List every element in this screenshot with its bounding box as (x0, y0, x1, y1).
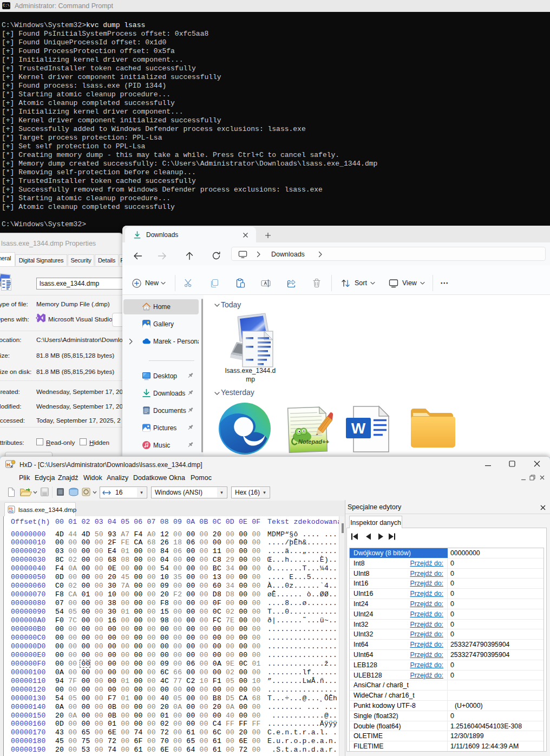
svg-text:x: x (10, 464, 13, 469)
svg-text:H: H (6, 462, 10, 468)
svg-text:W: W (351, 420, 366, 437)
svg-text:Notepad++: Notepad++ (298, 438, 329, 445)
svg-text:AO: AO (9, 510, 14, 513)
